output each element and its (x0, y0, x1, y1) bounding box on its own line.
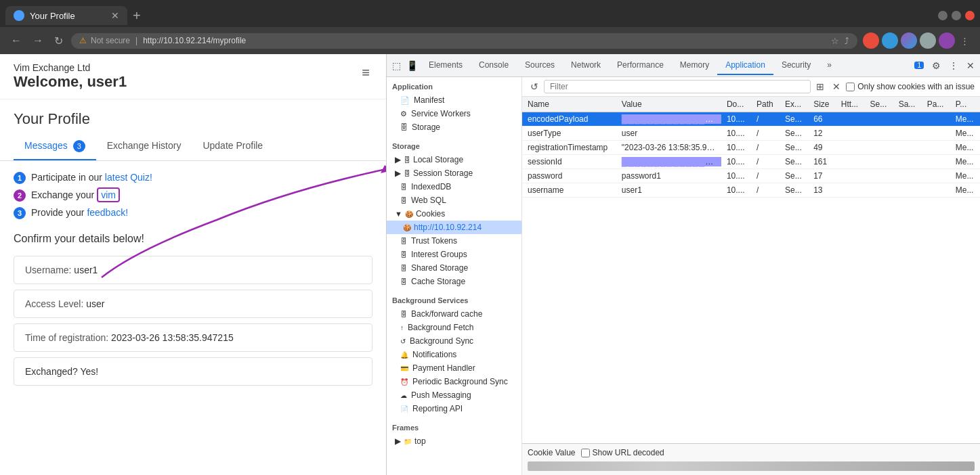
quiz-link[interactable]: latest Quiz! (105, 172, 152, 183)
sidebar-item-local-storage[interactable]: ▶ 🗄 Local Storage (387, 153, 521, 166)
extensions-button[interactable]: ⋮ (958, 35, 972, 47)
browser-tab[interactable]: Your Profile ✕ (5, 6, 127, 25)
maximize-button[interactable] (952, 11, 961, 20)
bookmark-icon[interactable]: ☆ (831, 36, 839, 46)
sidebar-item-reporting-api[interactable]: 📄 Reporting API (387, 402, 521, 415)
table-row[interactable]: passwordpassword110..../Se...17Me... (522, 169, 980, 183)
table-row[interactable]: usernameuser110..../Se...13Me... (522, 183, 980, 198)
num-icon-1: 1 (14, 172, 26, 184)
address-bar[interactable]: ⚠ Not secure | http://10.10.92.214/mypro… (71, 33, 857, 49)
profile-icon-5[interactable] (939, 32, 955, 49)
reload-button[interactable]: ↻ (51, 33, 66, 49)
service-workers-icon: ⚙ (400, 110, 407, 118)
forward-button[interactable]: → (30, 33, 46, 48)
devtools-sidebar: Application 📄 Manifest ⚙ Service Workers… (387, 77, 522, 475)
sidebar-item-push-messaging[interactable]: ☁ Push Messaging (387, 388, 521, 402)
sidebar-item-notifications[interactable]: 🔔 Notifications (387, 348, 521, 361)
shared-storage-icon: 🗄 (400, 265, 407, 272)
sidebar-item-shared-storage[interactable]: 🗄 Shared Storage (387, 261, 521, 275)
col-domain[interactable]: Do... (721, 97, 751, 112)
num-icon-3: 3 (14, 207, 26, 219)
sidebar-item-cache-storage[interactable]: 🗄 Cache Storage (387, 275, 521, 288)
dt-tab-console[interactable]: Console (471, 56, 517, 75)
tab-close-button[interactable]: ✕ (111, 10, 119, 21)
url-decoded-checkbox[interactable] (581, 449, 590, 457)
col-partitioned[interactable]: Pa... (922, 97, 950, 112)
sidebar-item-trust-tokens[interactable]: 🗄 Trust Tokens (387, 234, 521, 248)
col-path[interactable]: Path (751, 97, 780, 112)
dt-tab-security[interactable]: Security (773, 56, 819, 75)
detail-username: Username: user1 (14, 256, 372, 284)
feedback-link[interactable]: feedback! (87, 207, 128, 218)
messages-badge: 3 (73, 140, 85, 152)
sidebar-item-interest-groups[interactable]: 🗄 Interest Groups (387, 248, 521, 261)
devtools-device-icon[interactable]: 📱 (404, 59, 421, 72)
col-name[interactable]: Name (522, 97, 616, 112)
table-row[interactable]: userTypeuser10..../Se...12Me... (522, 127, 980, 141)
table-row[interactable]: encodedPayload██████████████████10..../S… (522, 112, 980, 127)
col-priority[interactable]: P... (950, 97, 980, 112)
col-expires[interactable]: Ex... (780, 97, 808, 112)
cookies-icon: 🍪 (405, 210, 413, 218)
cookie-issue-checkbox[interactable] (846, 83, 855, 91)
filter-options-icon[interactable]: ⊞ (813, 80, 827, 93)
col-secure[interactable]: Se... (865, 97, 893, 112)
profile-icon-3[interactable] (901, 32, 917, 49)
sidebar-item-cookie-url[interactable]: 🍪 http://10.10.92.214 (387, 221, 521, 234)
close-button[interactable] (965, 11, 975, 20)
dt-tab-sources[interactable]: Sources (517, 56, 563, 75)
sidebar-item-payment-handler[interactable]: 💳 Payment Handler (387, 361, 521, 375)
dt-tab-memory[interactable]: Memory (672, 56, 717, 75)
back-button[interactable]: ← (8, 33, 24, 48)
tab-messages[interactable]: Messages 3 (14, 133, 96, 160)
dt-tab-elements[interactable]: Elements (421, 56, 471, 75)
confirm-title: Confirm your details below! (14, 233, 372, 245)
sidebar-item-session-storage[interactable]: ▶ 🗄 Session Storage (387, 166, 521, 180)
sidebar-item-back-forward[interactable]: 🗄 Back/forward cache (387, 307, 521, 321)
sidebar-item-indexeddb[interactable]: 🗄 IndexedDB (387, 180, 521, 194)
url-decoded-label: Show URL decoded (581, 448, 664, 457)
vim-link[interactable]: vim (97, 187, 120, 202)
page-title: Your Profile (0, 99, 386, 133)
sidebar-item-storage[interactable]: 🗄 Storage (387, 120, 521, 134)
sidebar-item-cookies[interactable]: ▼ 🍪 Cookies (387, 207, 521, 221)
clear-icon[interactable]: ✕ (830, 80, 843, 93)
sidebar-item-periodic-bg-sync[interactable]: ⏰ Periodic Background Sync (387, 375, 521, 388)
dt-tab-network[interactable]: Network (563, 56, 609, 75)
tab-exchange-history[interactable]: Exchange History (96, 133, 192, 160)
manifest-icon: 📄 (400, 96, 410, 105)
devtools-inspect-icon[interactable]: ⬚ (389, 59, 404, 72)
sidebar-item-bg-fetch[interactable]: ↑ Background Fetch (387, 321, 521, 334)
sidebar-item-bg-sync[interactable]: ↺ Background Sync (387, 334, 521, 348)
web-sql-icon: 🗄 (400, 197, 407, 204)
new-tab-button[interactable]: + (127, 8, 146, 24)
table-row[interactable]: registrationTimestamp"2023-03-26 13:58:3… (522, 141, 980, 155)
sidebar-item-web-sql[interactable]: 🗄 Web SQL (387, 194, 521, 207)
profile-icon-1[interactable] (863, 32, 879, 49)
col-value[interactable]: Value (616, 97, 721, 112)
dt-tab-more[interactable]: » (819, 56, 840, 75)
more-options-icon[interactable]: ⋮ (946, 59, 961, 72)
sidebar-item-frames-top[interactable]: ▶ 📁 top (387, 434, 521, 448)
profile-icon-4[interactable] (920, 32, 936, 49)
refresh-icon[interactable]: ↺ (528, 80, 541, 93)
share-icon[interactable]: ⤴ (845, 36, 849, 46)
sidebar-item-manifest[interactable]: 📄 Manifest (387, 93, 521, 107)
dt-tab-performance[interactable]: Performance (609, 56, 672, 75)
bg-fetch-icon: ↑ (400, 324, 404, 332)
profile-icon-2[interactable] (882, 32, 898, 49)
close-devtools-icon[interactable]: ✕ (964, 59, 977, 72)
hamburger-menu[interactable]: ≡ (359, 62, 372, 83)
col-size[interactable]: Size (808, 97, 836, 112)
expand-icon: ▶ (395, 155, 401, 164)
table-row[interactable]: sessionId████████████████████10..../Se..… (522, 155, 980, 169)
col-httponly[interactable]: Htt... (836, 97, 865, 112)
settings-icon[interactable]: ⚙ (929, 59, 943, 72)
dt-tab-application[interactable]: Application (717, 56, 773, 75)
filter-input[interactable] (544, 80, 811, 93)
col-samesite[interactable]: Sa... (893, 97, 922, 112)
sidebar-item-service-workers[interactable]: ⚙ Service Workers (387, 107, 521, 120)
minimize-button[interactable] (938, 11, 947, 20)
trust-tokens-icon: 🗄 (400, 238, 407, 245)
tab-update-profile[interactable]: Update Profile (192, 133, 274, 160)
